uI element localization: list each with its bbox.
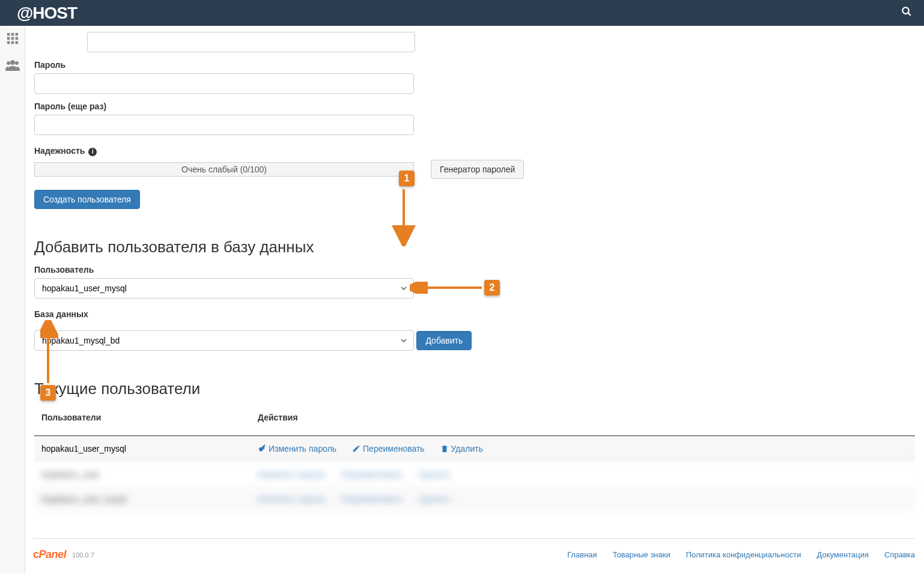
sidebar (0, 26, 25, 573)
main-content: Пароль Пароль (еще раз) Надежность i Оче… (25, 26, 924, 573)
users-icon[interactable] (5, 59, 20, 74)
footer-link-trademarks[interactable]: Товарные знаки (613, 550, 670, 559)
add-user-to-db-heading: Добавить пользователя в базу данных (34, 238, 915, 256)
current-users-heading: Текущие пользователи (34, 380, 915, 398)
footer-link-privacy[interactable]: Политика конфиденциальности (686, 550, 801, 559)
pencil-icon (352, 444, 360, 453)
key-icon (258, 444, 266, 453)
password-label: Пароль (34, 60, 915, 70)
svg-rect-8 (7, 41, 10, 44)
svg-rect-9 (11, 41, 14, 44)
apps-grid-icon[interactable] (6, 32, 19, 48)
version-text: 100.0.7 (72, 551, 94, 559)
svg-rect-5 (7, 37, 10, 40)
strength-label: Надежность i (34, 146, 915, 156)
svg-rect-2 (7, 33, 10, 36)
svg-point-11 (10, 60, 15, 65)
database-select-label: База данных (34, 309, 915, 319)
rename-link[interactable]: Переименовать (352, 444, 425, 453)
footer: cPanel 100.0.7 Главная Товарные знаки По… (33, 538, 915, 573)
table-row: hopakau1_user Изменить пароль Переименов… (34, 462, 915, 487)
svg-point-0 (902, 7, 909, 14)
svg-rect-3 (11, 33, 14, 36)
cpanel-logo: cPanel (33, 548, 66, 561)
annotation-arrow-2 (410, 282, 488, 294)
table-row: hopakau1_user_mysql Изменить пароль Пере… (34, 487, 915, 511)
users-table: hopakau1_user_mysql Изменить пароль Пере… (34, 435, 915, 511)
password-input[interactable] (34, 73, 414, 94)
annotation-badge-1: 1 (399, 171, 415, 186)
column-actions-header: Действия (258, 413, 908, 422)
svg-rect-6 (11, 37, 14, 40)
users-table-header: Пользователи Действия (34, 407, 915, 428)
svg-line-1 (908, 13, 911, 16)
brand-logo: @HOST (17, 4, 77, 23)
footer-links: Главная Товарные знаки Политика конфиден… (567, 550, 915, 559)
top-header: @HOST (0, 0, 924, 26)
info-icon[interactable]: i (88, 148, 97, 156)
column-users-header: Пользователи (41, 413, 258, 422)
password-again-input[interactable] (34, 115, 414, 135)
user-cell: hopakau1_user_mysql (41, 444, 258, 455)
svg-point-13 (15, 61, 19, 65)
password-again-label: Пароль (еще раз) (34, 102, 915, 111)
annotation-badge-2: 2 (484, 280, 500, 296)
svg-rect-10 (15, 41, 18, 44)
user-select-label: Пользователь (34, 265, 915, 274)
strength-meter: Очень слабый (0/100) (34, 162, 414, 177)
top-input-partial[interactable] (87, 32, 415, 52)
svg-point-12 (7, 61, 10, 65)
annotation-badge-3: 3 (40, 385, 56, 401)
footer-link-home[interactable]: Главная (567, 550, 597, 559)
trash-icon (440, 444, 449, 453)
database-select[interactable]: hopakau1_mysql_bd (34, 330, 414, 351)
delete-link[interactable]: Удалить (440, 444, 483, 453)
create-user-button[interactable]: Создать пользователя (34, 190, 140, 209)
svg-rect-4 (15, 33, 18, 36)
table-row: hopakau1_user_mysql Изменить пароль Пере… (34, 436, 915, 462)
add-button[interactable]: Добавить (416, 331, 472, 350)
search-icon[interactable] (901, 6, 912, 20)
footer-link-help[interactable]: Справка (884, 550, 915, 559)
change-password-link[interactable]: Изменить пароль (258, 444, 336, 453)
password-generator-button[interactable]: Генератор паролей (431, 160, 524, 179)
svg-rect-7 (15, 37, 18, 40)
user-select[interactable]: hopakau1_user_mysql (34, 278, 414, 299)
footer-link-docs[interactable]: Документация (817, 550, 869, 559)
